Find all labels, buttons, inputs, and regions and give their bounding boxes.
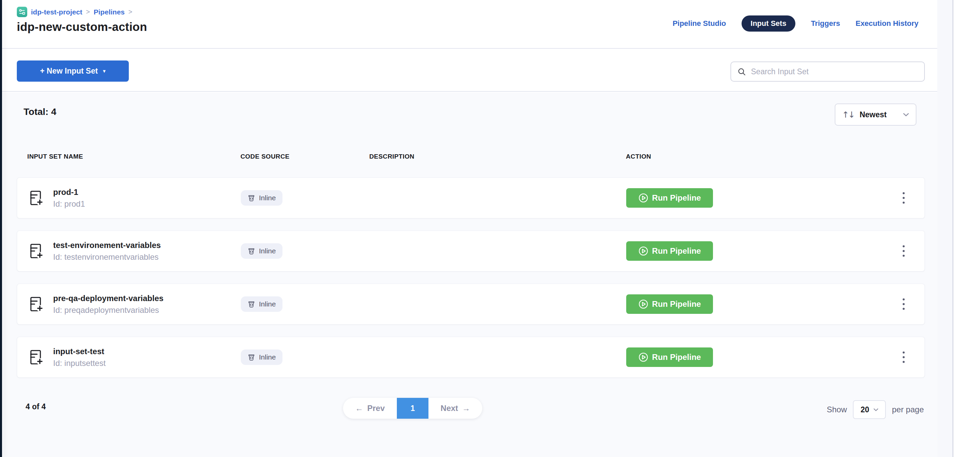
inline-source-icon — [248, 354, 255, 361]
next-page-button[interactable]: Next → — [428, 398, 482, 419]
inline-source-icon — [248, 247, 255, 255]
input-set-icon — [27, 243, 45, 259]
code-source-label: Inline — [259, 247, 276, 255]
tab-pipeline-studio[interactable]: Pipeline Studio — [673, 19, 726, 28]
play-icon — [638, 299, 648, 309]
run-pipeline-label: Run Pipeline — [652, 352, 701, 362]
run-pipeline-label: Run Pipeline — [652, 299, 701, 309]
inline-source-icon — [248, 194, 255, 202]
chevron-down-icon — [873, 408, 878, 411]
pagination-count: 4 of 4 — [25, 402, 46, 411]
inline-source-icon — [248, 300, 255, 308]
pipeline-input-sets-page: idp-test-project > Pipelines > idp-new-c… — [2, 0, 937, 457]
sort-selected-value: Newest — [860, 110, 897, 119]
input-set-id: Id: testenvironementvariables — [53, 252, 161, 262]
input-set-row[interactable]: test-environement-variables Id: testenvi… — [17, 230, 925, 271]
input-set-name-block: pre-qa-deployment-variables Id: preqadep… — [53, 294, 164, 315]
page-number-1[interactable]: 1 — [397, 398, 428, 419]
run-pipeline-button[interactable]: Run Pipeline — [626, 294, 713, 314]
run-pipeline-label: Run Pipeline — [652, 246, 701, 256]
collapsed-sidebar-strip[interactable] — [0, 0, 2, 457]
arrow-right-icon: → — [462, 403, 470, 413]
column-input-set-name: INPUT SET NAME — [27, 153, 240, 160]
row-menu-kebab-icon[interactable] — [897, 294, 910, 314]
chevron-down-icon — [903, 113, 909, 117]
input-set-list: prod-1 Id: prod1 Inline — [17, 178, 925, 390]
input-set-name-block: test-environement-variables Id: testenvi… — [53, 241, 161, 262]
caret-down-icon: ▾ — [103, 68, 106, 74]
code-source-badge: Inline — [241, 190, 283, 206]
input-set-row[interactable]: prod-1 Id: prod1 Inline — [17, 178, 925, 218]
new-input-set-button[interactable]: + New Input Set ▾ — [17, 60, 129, 82]
input-set-icon — [27, 189, 45, 206]
sort-icon: ↑↓ — [842, 110, 854, 120]
prev-label: Prev — [367, 403, 385, 413]
tab-triggers[interactable]: Triggers — [811, 19, 840, 28]
pipelines-logo-icon — [17, 7, 27, 17]
breadcrumb-separator: > — [86, 8, 90, 16]
page-title: idp-new-custom-action — [17, 20, 147, 33]
next-label: Next — [441, 403, 458, 413]
code-source-badge: Inline — [241, 297, 283, 312]
play-icon — [638, 352, 648, 362]
page-size-control: Show 20 per page — [827, 400, 924, 419]
input-set-icon — [27, 296, 45, 313]
per-page-label: per page — [892, 405, 924, 414]
column-code-source: CODE SOURCE — [240, 153, 369, 160]
breadcrumb-pipelines-link[interactable]: Pipelines — [94, 8, 125, 16]
new-input-set-label: + New Input Set — [40, 67, 98, 76]
arrow-left-icon: ← — [355, 403, 363, 413]
right-scroll-gutter[interactable] — [937, 0, 953, 457]
row-menu-kebab-icon[interactable] — [897, 188, 910, 208]
code-source-label: Inline — [259, 194, 276, 202]
input-set-icon — [27, 349, 45, 366]
row-menu-kebab-icon[interactable] — [897, 347, 910, 367]
breadcrumb-project-link[interactable]: idp-test-project — [31, 8, 83, 16]
input-set-row[interactable]: input-set-test Id: inputsettest Inline — [17, 337, 925, 378]
tab-execution-history[interactable]: Execution History — [856, 19, 918, 28]
input-set-row[interactable]: pre-qa-deployment-variables Id: preqadep… — [17, 284, 925, 325]
code-source-label: Inline — [259, 300, 276, 308]
input-set-name: prod-1 — [53, 187, 85, 197]
search-input[interactable] — [751, 67, 918, 76]
input-set-id: Id: prod1 — [53, 199, 85, 209]
tab-input-sets[interactable]: Input Sets — [741, 16, 795, 32]
column-description: DESCRIPTION — [369, 153, 626, 160]
run-pipeline-button[interactable]: Run Pipeline — [626, 188, 713, 208]
play-icon — [638, 246, 648, 256]
input-set-name-block: prod-1 Id: prod1 — [53, 187, 85, 209]
pagination: ← Prev 1 Next → — [343, 398, 482, 419]
page-header: idp-test-project > Pipelines > idp-new-c… — [2, 0, 937, 49]
input-set-id: Id: inputsettest — [53, 359, 106, 368]
page-size-select[interactable]: 20 — [853, 400, 886, 419]
run-pipeline-button[interactable]: Run Pipeline — [626, 241, 713, 261]
code-source-badge: Inline — [241, 243, 283, 259]
pipeline-tabs: Pipeline Studio Input Sets Triggers Exec… — [673, 16, 918, 32]
table-header-row: INPUT SET NAME CODE SOURCE DESCRIPTION A… — [17, 153, 925, 160]
input-set-name: pre-qa-deployment-variables — [53, 294, 164, 303]
column-action: ACTION — [626, 153, 925, 160]
breadcrumb-separator: > — [129, 8, 132, 16]
sort-dropdown[interactable]: ↑↓ Newest — [835, 103, 916, 126]
show-label: Show — [827, 405, 847, 414]
search-box — [730, 62, 925, 82]
page-size-value: 20 — [861, 405, 869, 414]
input-set-name-block: input-set-test Id: inputsettest — [53, 347, 106, 368]
total-count-label: Total: 4 — [24, 106, 56, 117]
search-icon — [737, 67, 746, 76]
prev-page-button[interactable]: ← Prev — [343, 398, 397, 419]
code-source-label: Inline — [259, 353, 276, 361]
play-icon — [638, 193, 648, 203]
input-set-name: input-set-test — [53, 347, 106, 356]
code-source-badge: Inline — [241, 349, 283, 365]
row-menu-kebab-icon[interactable] — [897, 241, 910, 261]
input-set-name: test-environement-variables — [53, 241, 161, 250]
toolbar: + New Input Set ▾ — [2, 49, 937, 92]
run-pipeline-button[interactable]: Run Pipeline — [626, 348, 713, 367]
input-set-id: Id: preqadeploymentvariables — [53, 305, 164, 315]
run-pipeline-label: Run Pipeline — [652, 193, 701, 203]
content-area: Total: 4 ↑↓ Newest INPUT SET NAME CODE S… — [2, 92, 937, 457]
breadcrumb: idp-test-project > Pipelines > — [17, 7, 132, 17]
